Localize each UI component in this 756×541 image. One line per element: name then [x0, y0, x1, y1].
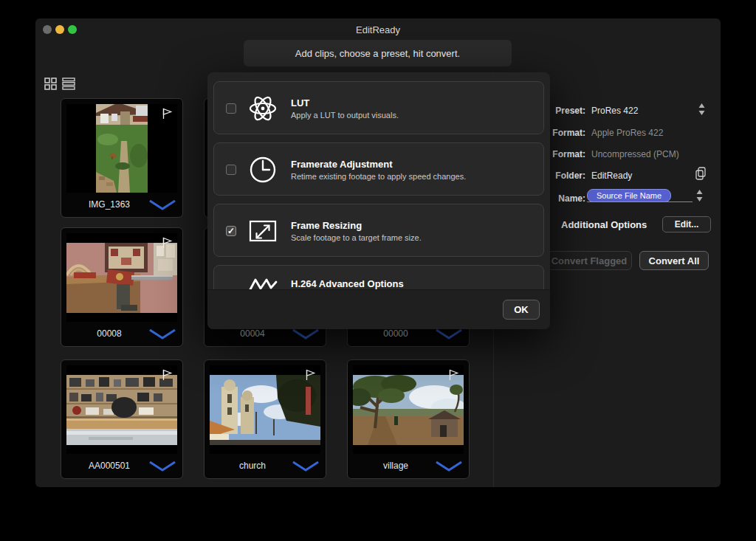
- clip-name-bar: IMG_1363: [61, 195, 182, 216]
- hint-banner-text: Add clips, choose a preset, hit convert.: [295, 48, 460, 59]
- clip-name: AA000501: [75, 461, 144, 471]
- frame-resizing-checkbox[interactable]: ✓: [226, 226, 236, 236]
- clip-name: IMG_1363: [75, 199, 144, 210]
- name-stepper-icon[interactable]: [696, 189, 703, 205]
- dialog-footer: OK: [207, 289, 550, 329]
- clip-thumbnail: [66, 233, 177, 322]
- framerate-checkbox[interactable]: [226, 165, 236, 175]
- chevron-down-icon[interactable]: [148, 199, 176, 211]
- copy-icon[interactable]: [695, 167, 707, 183]
- option-title: H.264 Advanced Options: [291, 278, 404, 289]
- flag-icon[interactable]: [159, 106, 174, 121]
- ok-button[interactable]: OK: [503, 300, 540, 320]
- clip-card[interactable]: 00008: [61, 227, 183, 347]
- chevron-down-icon[interactable]: [435, 461, 463, 472]
- clip-thumbnail: [210, 365, 320, 454]
- preset-value[interactable]: ProRes 422: [591, 106, 638, 116]
- flag-icon[interactable]: [159, 235, 174, 250]
- clip-name: 00008: [75, 328, 144, 339]
- chevron-down-icon[interactable]: [292, 461, 320, 472]
- option-title: Frame Resizing: [291, 220, 362, 231]
- option-subtitle: Apply a LUT to output visuals.: [291, 111, 399, 120]
- clip-name: village: [361, 461, 430, 471]
- option-subtitle: Retime existing footage to apply speed c…: [291, 172, 466, 181]
- clip-name: church: [218, 461, 287, 471]
- clip-thumbnail: [66, 104, 177, 193]
- clip-thumbnail: [353, 365, 464, 454]
- flag-icon[interactable]: [446, 368, 461, 382]
- clip-card[interactable]: village: [347, 359, 470, 479]
- option-subtitle: Scale footage to a target frame size.: [291, 233, 422, 242]
- clock-icon: [247, 154, 279, 186]
- convert-flagged-button: Convert Flagged: [546, 251, 632, 270]
- window-title: EditReady: [35, 24, 721, 35]
- chevron-down-icon[interactable]: [148, 461, 176, 472]
- clip-thumbnail: [66, 365, 177, 454]
- clip-card[interactable]: AA000501: [61, 359, 183, 479]
- audio-format-value: Uncompressed (PCM): [591, 149, 679, 159]
- atom-icon: [247, 92, 279, 125]
- output-options-dialog: LUT Apply a LUT to output visuals. Frame…: [207, 72, 550, 329]
- folder-value: EditReady: [591, 170, 632, 181]
- clip-card[interactable]: IMG_1363: [61, 98, 183, 218]
- chevron-down-icon[interactable]: [435, 328, 463, 340]
- preset-stepper-icon[interactable]: [698, 103, 705, 119]
- chevron-down-icon[interactable]: [148, 328, 176, 340]
- resize-icon: [247, 215, 279, 247]
- option-row-frame-resizing[interactable]: ✓ Frame Resizing Scale footage to a targ…: [213, 204, 544, 257]
- list-view-icon[interactable]: [62, 77, 76, 90]
- flag-icon[interactable]: [159, 368, 174, 382]
- option-title: Framerate Adjustment: [291, 159, 393, 170]
- clip-name: 00004: [218, 328, 287, 339]
- screen: EditReady Add clips, choose a preset, hi…: [0, 0, 756, 541]
- hint-banner: Add clips, choose a preset, hit convert.: [244, 40, 512, 66]
- edit-button[interactable]: Edit...: [662, 216, 711, 232]
- lut-checkbox[interactable]: [226, 103, 236, 114]
- app-window: EditReady Add clips, choose a preset, hi…: [35, 18, 721, 487]
- flag-icon[interactable]: [303, 368, 317, 382]
- additional-options-label: Additional Options: [561, 219, 647, 230]
- clip-card[interactable]: church: [204, 359, 326, 479]
- option-title: LUT: [291, 97, 309, 108]
- chevron-down-icon[interactable]: [292, 328, 320, 340]
- grid-view-icon[interactable]: [44, 77, 57, 90]
- option-row-lut[interactable]: LUT Apply a LUT to output visuals.: [213, 81, 544, 134]
- clip-name: 00000: [361, 328, 430, 339]
- video-format-value: Apple ProRes 422: [591, 128, 663, 138]
- convert-all-button[interactable]: Convert All: [639, 251, 709, 270]
- option-row-framerate[interactable]: Framerate Adjustment Retime existing foo…: [213, 142, 544, 196]
- name-token[interactable]: Source File Name: [587, 189, 671, 202]
